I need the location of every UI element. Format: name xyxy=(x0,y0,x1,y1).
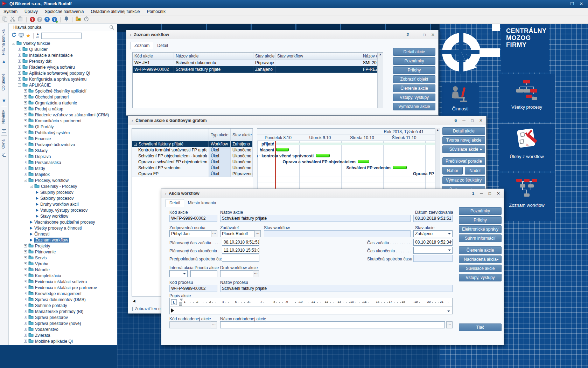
tree-expand-toggle[interactable]: + xyxy=(24,89,27,93)
tree-item[interactable]: +Servis xyxy=(9,255,117,261)
column-header[interactable]: Stav workflow xyxy=(275,53,361,60)
tree-item[interactable]: +Evidencia inštalácií pre partnerov xyxy=(9,285,117,291)
tree-item[interactable]: +Podvojné účtovníctvo xyxy=(9,142,117,148)
help-user-icon[interactable]: ? xyxy=(52,17,57,22)
button-nahor[interactable]: Nahor xyxy=(442,167,463,175)
tree-expand-toggle[interactable]: + xyxy=(24,298,27,301)
table-scrollbar[interactable]: ▲ xyxy=(377,53,383,108)
tree-item[interactable]: Stavy workflow xyxy=(9,213,117,219)
predpokladana-spotreba-field[interactable] xyxy=(222,255,259,262)
tree-expand-toggle[interactable]: + xyxy=(24,119,27,122)
column-header[interactable] xyxy=(132,129,209,141)
tile-ulohy-z-workflow[interactable]: Úlohy z workflow xyxy=(499,124,555,171)
kod-nadriadenej-field[interactable] xyxy=(169,321,211,328)
tree-expand-toggle[interactable]: + xyxy=(24,340,27,343)
tree-item[interactable]: −Číselníky - Procesy xyxy=(9,183,117,189)
tree-expand-toggle[interactable]: + xyxy=(24,143,27,146)
tree-item[interactable]: +QI Portály xyxy=(9,124,117,130)
tree-item[interactable]: +Zvieratá xyxy=(9,332,117,338)
tree-item[interactable]: +Predaj a nákup xyxy=(9,106,117,112)
gantt-summary-bar[interactable] xyxy=(276,143,435,145)
kod-procesu-field[interactable]: W-FP-9999-00002 xyxy=(169,285,217,292)
editor-text-row[interactable] xyxy=(170,307,452,314)
tree-item[interactable]: −Procesy, workflow xyxy=(9,177,117,183)
tree-item[interactable]: −Všetky funkcie xyxy=(9,40,117,46)
tree-expand-toggle[interactable]: + xyxy=(24,310,27,313)
ruler-tab-box[interactable]: L xyxy=(171,299,177,305)
maximize-icon[interactable]: □ xyxy=(489,191,491,196)
tree-item[interactable]: Viacnásobne použiteľné procesy xyxy=(9,219,117,225)
column-header[interactable]: Kód akcie xyxy=(133,53,174,60)
tree-expand-toggle[interactable]: + xyxy=(24,113,27,116)
tree-expand-toggle[interactable]: − xyxy=(12,42,15,45)
tree-item[interactable]: +Súhrnné pohľady xyxy=(9,302,117,308)
tree-expand-toggle[interactable]: + xyxy=(24,304,27,307)
minimize-icon[interactable]: ─ xyxy=(414,32,418,37)
button-vstupy-v-stupy[interactable]: Vstupy, výstupy xyxy=(393,94,435,101)
tree-item[interactable]: Druhy workflow akcií xyxy=(9,201,117,207)
tree-item[interactable]: Všetky procesy a činnosti xyxy=(9,225,117,231)
app-maximize-button[interactable]: ❐ xyxy=(568,1,577,6)
tree-expand-toggle[interactable]: + xyxy=(24,125,27,128)
close-icon[interactable]: ✕ xyxy=(497,191,500,196)
scroll-up-icon[interactable]: ▲ xyxy=(435,128,440,132)
zodpovedna-lookup-button[interactable]: ··· xyxy=(211,230,217,237)
button-tvorba-novej-akcie[interactable]: Tvorba novej akcie xyxy=(442,136,485,144)
milestones-checkbox[interactable] xyxy=(132,307,133,311)
menu-item[interactable]: Ovládanie aktívnej funkcie xyxy=(87,8,143,15)
tab-detail[interactable]: Detail xyxy=(166,199,184,207)
gantt-task-bar[interactable] xyxy=(358,160,369,163)
interna-akcia-select[interactable] xyxy=(169,270,188,277)
column-header[interactable]: Stav akcie xyxy=(231,129,253,141)
tree-item[interactable]: +Doprava xyxy=(9,154,117,159)
gantt-task-row[interactable]: Kontrola formální správnosti FP a předán… xyxy=(132,147,253,153)
nazov-nadriadenej-field[interactable] xyxy=(220,321,445,328)
tree-expand-toggle[interactable]: + xyxy=(24,274,27,277)
tree-expand-toggle[interactable]: + xyxy=(24,292,27,295)
tree-item[interactable]: +Komunikácia s partnermi xyxy=(9,118,117,124)
chevron-down-icon[interactable] xyxy=(183,273,186,276)
tree-expand-toggle[interactable]: + xyxy=(24,262,27,265)
gantt-task-row[interactable]: −Schválení faktury přijatéWorkflowZaháje… xyxy=(132,141,253,147)
sort-az-icon[interactable]: AZ↕ xyxy=(36,33,40,38)
nazov-nadriadenej-lookup-button[interactable]: ··· xyxy=(446,321,453,328)
tree-expand-toggle[interactable]: + xyxy=(24,167,27,170)
nazov-akcie-field[interactable]: Schválení faktury přijaté xyxy=(220,215,411,222)
button-detail-akcie[interactable]: Detail akcie xyxy=(442,127,485,135)
popis-akcie-editor[interactable]: L 123456789101112131415161718192021 xyxy=(169,298,453,314)
chevron-down-icon[interactable] xyxy=(451,241,453,244)
maximize-icon[interactable]: □ xyxy=(471,118,474,123)
help-context-icon[interactable]: ? xyxy=(37,17,42,22)
scroll-up-icon[interactable]: ▲ xyxy=(378,53,383,56)
druh-workflow-akcie-field[interactable] xyxy=(220,270,253,277)
tree-expand-toggle[interactable]: + xyxy=(18,71,21,75)
tree-item[interactable]: +Sklady xyxy=(9,148,117,154)
tile-vsetky-procesy[interactable]: Všetky procesy xyxy=(499,74,555,122)
tree-expand-toggle[interactable]: − xyxy=(18,83,21,87)
tree-collapse-toggle[interactable]: − xyxy=(134,143,137,146)
menu-item[interactable]: Systém xyxy=(0,8,21,15)
transfer-folder-icon[interactable] xyxy=(76,16,82,23)
close-icon[interactable]: ✕ xyxy=(431,32,435,37)
tree-item[interactable]: +Spoločné číselníky aplikácií xyxy=(9,88,117,94)
tree-item[interactable]: +Riadenie vývoja softvéru xyxy=(9,64,117,70)
tree-item[interactable]: +Obchodní partneri xyxy=(9,94,117,100)
tree-item[interactable]: +Financie xyxy=(9,136,117,142)
window-titlebar[interactable]: › Akcia workflow 1 ─ □ ✕ xyxy=(161,189,504,198)
tree-item[interactable]: +Mobilné aplikácie QI xyxy=(9,338,117,344)
tree-expand-toggle[interactable]: + xyxy=(24,131,27,134)
tree-item[interactable]: +Organizácia a riadenie xyxy=(9,100,117,106)
tree-expand-toggle[interactable]: − xyxy=(30,185,33,188)
tree-item[interactable]: +Manažérske prehľady (BI) xyxy=(9,308,117,314)
tree-item[interactable]: +Inštalácie a reinštalácie xyxy=(9,52,117,58)
window-titlebar[interactable]: › Zoznam workflow 2 ─ □ ✕ xyxy=(126,30,438,39)
menu-item[interactable]: Spoločné nastavenia xyxy=(41,8,87,15)
tree-expand-toggle[interactable]: + xyxy=(24,161,27,164)
app-minimize-button[interactable]: ─ xyxy=(559,1,568,6)
planovany-cas-ukoncenia-field[interactable]: 12.10.2018 15:53:0 xyxy=(222,247,259,254)
button-tlac[interactable]: Tlač xyxy=(459,323,502,331)
column-header[interactable]: Stav akcie xyxy=(253,53,275,60)
tree-expand-toggle[interactable]: + xyxy=(24,95,27,98)
tree-expand-toggle[interactable]: + xyxy=(24,322,27,325)
button-zobrazi-objekt[interactable]: Zobraziť objekt xyxy=(393,75,435,83)
